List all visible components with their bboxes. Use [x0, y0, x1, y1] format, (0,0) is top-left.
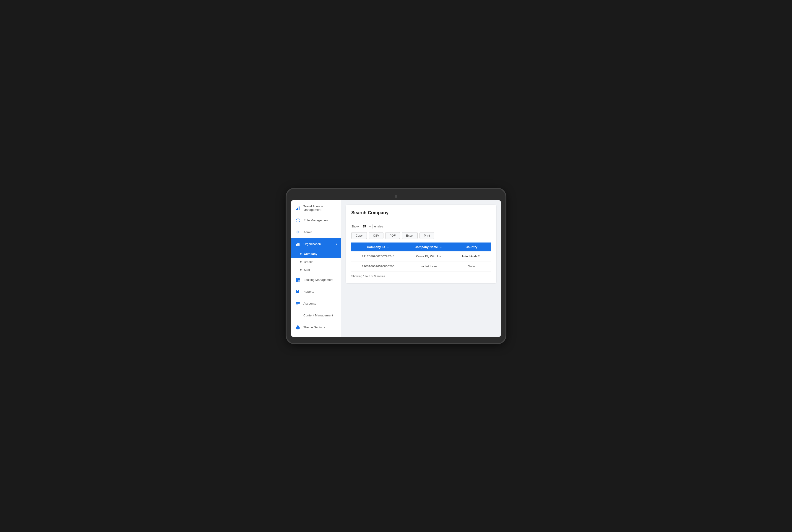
country-cell: Qatar [452, 262, 491, 271]
accounts-icon [295, 300, 301, 307]
bullet-icon [300, 269, 302, 270]
sort-icon: ↑↓ [440, 246, 442, 248]
pdf-button[interactable]: PDF [385, 232, 400, 239]
reports-icon [295, 288, 301, 295]
entries-label: entries [374, 225, 383, 228]
show-label: Show [351, 225, 359, 228]
sidebar-item-admin[interactable]: Admin › [291, 226, 341, 238]
company-name-cell: Come Fly With Us [405, 251, 452, 262]
svg-rect-13 [298, 278, 300, 280]
sidebar-item-organization[interactable]: Organization ∨ [291, 238, 341, 250]
csv-button[interactable]: CSV [369, 232, 384, 239]
svg-rect-18 [296, 290, 299, 290]
role-management-icon [295, 217, 301, 223]
svg-rect-0 [296, 209, 297, 210]
sidebar-item-label: Role Management [303, 218, 337, 222]
svg-rect-17 [298, 290, 299, 293]
chevron-icon: › [337, 302, 337, 305]
svg-rect-1 [297, 208, 298, 210]
sidebar-item-travel-agency[interactable]: Travel Agency Management › [291, 202, 341, 214]
sidebar-item-label: Theme Settings [303, 325, 337, 329]
company-name-cell: madari travel [405, 262, 452, 271]
svg-rect-21 [296, 305, 298, 305]
column-label: Company ID [367, 245, 385, 249]
svg-rect-16 [297, 291, 298, 293]
chevron-icon: › [337, 219, 337, 222]
main-content: Search Company Show 25 10 50 100 entries… [341, 200, 501, 337]
excel-button[interactable]: Excel [402, 232, 418, 239]
sidebar-item-label: Booking Management [303, 278, 337, 282]
svg-rect-11 [298, 243, 300, 246]
sidebar-item-accounts[interactable]: Accounts › [291, 298, 341, 309]
copy-button[interactable]: Copy [351, 232, 367, 239]
bullet-icon [300, 253, 302, 254]
chevron-icon: › [337, 314, 337, 317]
column-header-country[interactable]: Country [452, 243, 491, 251]
sidebar-sub-item-staff[interactable]: Staff [291, 266, 341, 274]
svg-rect-14 [298, 280, 300, 282]
table-controls: Show 25 10 50 100 entries [351, 224, 491, 229]
company-id-cell: 2112080906250728244 [351, 251, 405, 262]
admin-icon [295, 229, 301, 235]
sidebar-item-label: Travel Agency Management [303, 205, 337, 211]
travel-agency-icon [295, 205, 301, 211]
table-footer: Showing 1 to 3 of 3 entries [351, 275, 491, 278]
svg-rect-12 [296, 278, 298, 282]
content-icon [295, 312, 301, 319]
svg-rect-19 [296, 302, 300, 303]
chevron-icon: › [337, 207, 337, 209]
column-label: Company Name [414, 245, 438, 249]
tablet-screen: Travel Agency Management › Role Manageme… [291, 200, 501, 337]
table-row: 2112080906250728244 Come Fly With Us Uni… [351, 251, 491, 262]
chevron-icon: › [337, 279, 337, 281]
tablet-frame: Travel Agency Management › Role Manageme… [287, 189, 505, 343]
country-cell: United Arab E... [452, 251, 491, 262]
sidebar-item-label: Content Management [303, 314, 337, 317]
booking-icon [295, 277, 301, 283]
svg-point-3 [296, 219, 298, 220]
bullet-icon [300, 261, 302, 263]
sidebar-item-role-management[interactable]: Role Management › [291, 214, 341, 226]
export-buttons: Copy CSV PDF Excel Print [351, 232, 491, 239]
sidebar-item-label: Admin [303, 230, 337, 234]
sidebar-item-theme-settings[interactable]: Theme Settings › [291, 321, 341, 333]
column-header-company-name[interactable]: Company Name ↑↓ [405, 243, 452, 251]
sidebar-item-label: Organization [303, 242, 336, 246]
print-button[interactable]: Print [420, 232, 434, 239]
sidebar-item-content-management[interactable]: Content Management › [291, 309, 341, 321]
sidebar-item-label: Accounts [303, 302, 337, 305]
svg-rect-2 [298, 207, 300, 210]
column-label: Country [466, 245, 478, 249]
sub-item-label: Staff [304, 268, 310, 271]
content-card: Search Company Show 25 10 50 100 entries… [346, 205, 496, 283]
svg-marker-7 [296, 231, 297, 233]
tablet-camera [394, 195, 398, 198]
entries-select[interactable]: 25 10 50 100 [361, 224, 372, 229]
sort-icon: ↑↓ [387, 246, 389, 248]
chevron-icon: › [337, 290, 337, 293]
data-table: Company ID ↑↓ Company Name ↑↓ Country [351, 243, 491, 271]
svg-rect-15 [296, 290, 297, 293]
organization-icon [295, 241, 301, 247]
sidebar-sub-item-company[interactable]: Company [291, 250, 341, 258]
sidebar-sub-item-branch[interactable]: Branch [291, 258, 341, 266]
svg-marker-8 [298, 231, 300, 233]
sidebar: Travel Agency Management › Role Manageme… [291, 200, 341, 337]
chevron-icon: ∨ [336, 243, 337, 245]
svg-rect-20 [296, 303, 300, 304]
company-id-cell: 2203160626590850260 [351, 262, 405, 271]
theme-icon [295, 324, 301, 330]
sidebar-item-label: Reports [303, 290, 337, 293]
column-header-company-id[interactable]: Company ID ↑↓ [351, 243, 405, 251]
sub-item-label: Branch [304, 260, 313, 264]
sidebar-item-booking-management[interactable]: Booking Management › [291, 274, 341, 286]
svg-point-4 [298, 219, 299, 220]
page-title: Search Company [351, 210, 491, 219]
table-row: 2203160626590850260 madari travel Qatar [351, 262, 491, 271]
chevron-icon: › [337, 326, 337, 328]
sidebar-item-reports[interactable]: Reports › [291, 286, 341, 298]
sub-item-label: Company [304, 252, 317, 255]
chevron-icon: › [337, 231, 337, 233]
